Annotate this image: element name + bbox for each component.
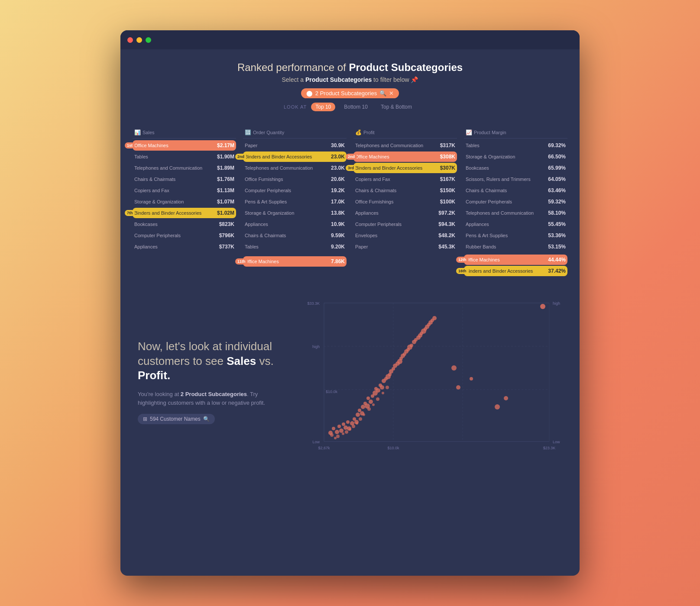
table-icon: ⊞ [143,416,147,422]
table-row: 2nd Binders and Binder Accessories 23.0K [243,152,347,162]
table-row: Computer Peripherals $94.3K [353,219,457,229]
svg-point-78 [342,432,344,435]
table-row: 12th Office Machines 44.44% [464,255,567,265]
table-row: Storage & Organization 66.50% [464,152,567,162]
sales-column: 📊 Sales 1st Office Machines $2.17M Table… [129,127,240,277]
filter-icon: ⬤ [306,90,313,97]
svg-point-23 [346,420,350,424]
table-row: Telephones and Communication 58.10% [464,208,567,218]
scatter-subtext: You're looking at 2 Product Subcategorie… [138,390,281,407]
table-row: Appliances 55.45% [464,219,567,229]
table-row: Envelopes $48.2K [353,230,457,241]
minimize-button[interactable] [136,37,142,43]
svg-point-76 [334,437,337,439]
scatter-svg: $33.3K high Low $10.0k $2,67k $10.0k $23… [294,294,571,459]
table-row: Storage & Organization 13.8K [243,208,347,218]
svg-point-84 [363,413,365,416]
close-button[interactable] [127,37,133,43]
rank-badge: 16th [456,268,469,274]
table-row: Tables 69.32% [464,140,567,151]
table-row: Storage & Organization $1.07M [133,197,236,207]
table-row: Scissors, Rulers and Trimmers 64.05% [464,174,567,184]
svg-point-71 [456,385,460,390]
svg-point-31 [361,405,365,409]
sales-icon: 📊 [134,129,141,135]
page-subtitle: Select a Product Subcategories to filter… [138,76,562,83]
svg-point-18 [335,430,339,434]
table-row: 16th Binders and Binder Accessories 37.4… [464,266,567,276]
table-row: Telephones and Communication 23.0K [243,163,347,173]
svg-text:high: high [553,301,560,306]
scatter-narrative: Now, let's look at individual customers … [120,286,294,478]
scatter-chart: $33.3K high Low $10.0k $2,67k $10.0k $23… [294,286,580,478]
rank-badge: 7th [125,210,135,216]
scatter-section: Now, let's look at individual customers … [120,286,580,478]
rank-badge: 1st [125,142,135,148]
svg-point-80 [349,428,351,431]
rank-badge: 2nd [235,154,246,160]
maximize-button[interactable] [146,37,151,43]
svg-point-74 [470,377,473,380]
tab-top10[interactable]: Top 10 [311,103,335,111]
header-section: Ranked performance of Product Subcategor… [120,49,580,127]
svg-text:Low: Low [553,440,560,444]
svg-point-70 [451,365,457,371]
svg-text:$33.3K: $33.3K [307,301,320,306]
title-bar [120,30,580,49]
svg-point-72 [495,404,500,409]
table-row: Appliances $737K [133,242,236,252]
table-row: Chairs & Chairmats $1.76M [133,174,236,184]
table-row: Copiers and Fax $1.13M [133,185,236,196]
customer-filter-pill[interactable]: ⊞ 594 Customer Names 🔍 [138,414,215,424]
order-qty-icon: 🔢 [245,129,251,135]
table-row: Computer Peripherals $796K [133,230,236,241]
look-at-label: LOOK AT [284,104,307,110]
table-row: Chairs & Chairmats 63.46% [464,185,567,196]
traffic-lights [127,37,151,43]
product-margin-header: 📈 Product Margin [464,127,567,139]
svg-point-21 [342,422,345,426]
table-row: Telephones and Communication $317K [353,140,457,151]
svg-point-86 [372,403,375,406]
svg-text:Low: Low [312,440,320,444]
sales-header: 📊 Sales [133,127,236,139]
table-row: Telephones and Communication $1.89M [133,163,236,173]
table-row: 7th Binders and Binder Accessories $1.02… [133,208,236,218]
svg-point-39 [376,388,380,393]
svg-text:$2,67k: $2,67k [318,446,330,450]
rank-badge: 12th [456,257,469,263]
look-at-bar: LOOK AT Top 10 Bottom 10 Top & Bottom [138,103,562,111]
rank-badge: 2nd [346,154,357,160]
table-row: 1st Office Machines $2.17M [133,140,236,151]
search-icon: 🔍 [379,90,386,97]
table-row: Chairs & Chairmats $150K [353,185,457,196]
svg-point-28 [356,413,360,417]
table-row: Chairs & Chairmats 9.59K [243,230,347,241]
svg-point-87 [376,397,379,401]
table-row: Appliances $97.2K [353,208,457,218]
svg-point-81 [352,425,355,428]
svg-text:$10.0k: $10.0k [387,446,399,450]
main-window: Ranked performance of Product Subcategor… [120,30,580,576]
rank-badge: 3rd [346,165,356,171]
filter-pill[interactable]: ⬤ 2 Product Subcategories 🔍 ✕ [301,88,399,98]
product-margin-column: 📈 Product Margin Tables 69.32% Storage &… [460,127,571,277]
profit-column: 💰 Profit Telephones and Communication $3… [350,127,460,277]
svg-point-17 [332,427,335,430]
svg-point-83 [359,417,362,421]
table-row: Paper 30.9K [243,140,347,151]
svg-point-77 [336,435,340,438]
filter-close-icon[interactable]: ✕ [389,90,394,97]
tab-topbottom[interactable]: Top & Bottom [376,103,416,111]
table-row: Rubber Bands 53.15% [464,242,567,252]
svg-point-75 [330,433,334,437]
svg-point-69 [432,316,437,320]
rank-badge: 11th [235,258,248,264]
svg-point-35 [369,400,373,404]
svg-point-29 [358,409,361,412]
table-row: Office Furnishings 20.6K [243,174,347,184]
table-row: Copiers and Fax $167K [353,174,457,184]
svg-point-89 [386,386,389,389]
tab-bottom10[interactable]: Bottom 10 [340,103,372,111]
search-icon-small: 🔍 [203,416,210,422]
